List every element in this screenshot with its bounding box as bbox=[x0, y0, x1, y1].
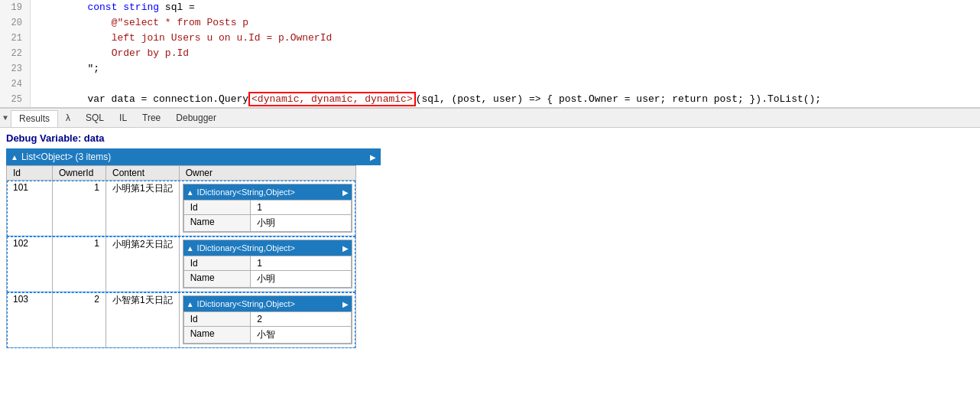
col-owner-id: OwnerId bbox=[53, 166, 106, 181]
line-number: 19 bbox=[0, 0, 31, 15]
line-number: 23 bbox=[0, 61, 31, 77]
tab-results[interactable]: Results bbox=[11, 110, 58, 127]
generic-highlight: <dynamic, dynamic, dynamic> bbox=[248, 92, 416, 106]
code-line-22: 22 Order by p.Id bbox=[0, 46, 980, 61]
code-text: @"select * from Posts p bbox=[31, 15, 248, 31]
dict-value: 1 bbox=[251, 200, 351, 215]
tab-lambda[interactable]: λ bbox=[58, 110, 78, 126]
dict-key: Id bbox=[183, 200, 251, 215]
dict-collapse-icon[interactable]: ▲ bbox=[187, 188, 194, 197]
code-line-24: 24 bbox=[0, 77, 980, 92]
dict-expand-icon[interactable]: ▶ bbox=[342, 188, 349, 197]
cell-content: 小明第1天日記 bbox=[106, 181, 180, 236]
cell-content: 小智第1天日記 bbox=[106, 292, 180, 348]
code-text: Order by p.Id bbox=[31, 46, 189, 61]
dict-value: 小明 bbox=[251, 271, 351, 288]
line-number: 25 bbox=[0, 92, 31, 107]
collapse-arrow[interactable]: ▼ bbox=[3, 114, 8, 122]
list-expand-icon[interactable]: ▶ bbox=[370, 153, 376, 161]
dict-expand-icon[interactable]: ▶ bbox=[342, 244, 349, 253]
tab-il[interactable]: IL bbox=[112, 110, 135, 126]
line-number: 21 bbox=[0, 31, 31, 46]
col-content: Content bbox=[106, 166, 180, 181]
dict-row: Id 2 bbox=[183, 312, 351, 327]
code-line-23: 23 "; bbox=[0, 61, 980, 77]
code-area: 19 const string sql = 20 @"select * from… bbox=[0, 0, 980, 108]
code-line-19: 19 const string sql = bbox=[0, 0, 980, 15]
dict-header: ▲ IDictionary<String,Object> ▶ bbox=[183, 240, 352, 256]
col-id: Id bbox=[7, 166, 53, 181]
code-text: var data = connection.Query<dynamic, dyn… bbox=[31, 92, 821, 107]
dict-row: Id 1 bbox=[183, 256, 351, 271]
col-owner: Owner bbox=[179, 166, 355, 181]
dict-row: Id 1 bbox=[183, 200, 351, 215]
debug-section: Debug Variable: data ▲ List<Object> (3 i… bbox=[0, 128, 980, 348]
debug-title: Debug Variable: data bbox=[6, 132, 974, 144]
list-collapse-icon[interactable]: ▲ bbox=[11, 153, 18, 161]
dict-wrapper: ▲ IDictionary<String,Object> ▶ Id 1 bbox=[183, 240, 352, 288]
dict-key: Name bbox=[183, 215, 251, 232]
cell-id: 101 bbox=[7, 181, 53, 236]
dict-key: Name bbox=[183, 327, 251, 344]
dict-expand-icon[interactable]: ▶ bbox=[342, 300, 349, 308]
tab-bar: ▼ Results λ SQL IL Tree Debugger bbox=[0, 108, 980, 128]
code-line-25: 25 var data = connection.Query<dynamic, … bbox=[0, 92, 980, 107]
dict-value: 2 bbox=[251, 312, 351, 327]
dict-type-label: IDictionary<String,Object> bbox=[197, 187, 295, 197]
dict-wrapper: ▲ IDictionary<String,Object> ▶ Id 2 bbox=[183, 295, 352, 344]
tab-sql[interactable]: SQL bbox=[78, 110, 112, 126]
dict-value: 小明 bbox=[251, 215, 351, 232]
list-header: ▲ List<Object> (3 items) ▶ bbox=[6, 148, 381, 165]
table-header-row: Id OwnerId Content Owner bbox=[7, 166, 356, 181]
list-header-label: List<Object> (3 items) bbox=[21, 152, 111, 162]
dict-row: Name 小明 bbox=[183, 215, 351, 232]
dict-row: Name 小明 bbox=[183, 271, 351, 288]
table-row: 102 1 小明第2天日記 ▲ IDictionary<String,Objec… bbox=[7, 236, 356, 292]
dict-header: ▲ IDictionary<String,Object> ▶ bbox=[183, 184, 352, 200]
tab-debugger[interactable]: Debugger bbox=[168, 110, 224, 126]
table-row: 103 2 小智第1天日記 ▲ IDictionary<String,Objec… bbox=[7, 292, 356, 348]
code-line-21: 21 left join Users u on u.Id = p.OwnerId bbox=[0, 31, 980, 46]
dict-table: Id 1 Name 小明 bbox=[183, 200, 352, 232]
dict-key: Id bbox=[183, 312, 251, 327]
dict-value: 小智 bbox=[251, 327, 351, 344]
dict-value: 1 bbox=[251, 256, 351, 271]
dict-table: Id 2 Name 小智 bbox=[183, 311, 352, 344]
cell-owner-id: 1 bbox=[53, 181, 106, 236]
dict-wrapper: ▲ IDictionary<String,Object> ▶ Id 1 bbox=[183, 184, 352, 233]
table-row: 101 1 小明第1天日記 ▲ IDictionary<String,Objec… bbox=[7, 181, 356, 236]
cell-id: 102 bbox=[7, 236, 53, 292]
dict-collapse-icon[interactable]: ▲ bbox=[187, 244, 194, 253]
cell-content: 小明第2天日記 bbox=[106, 236, 180, 292]
dict-type-label: IDictionary<String,Object> bbox=[197, 243, 295, 253]
dict-collapse-icon[interactable]: ▲ bbox=[187, 300, 194, 308]
code-text: left join Users u on u.Id = p.OwnerId bbox=[31, 31, 332, 46]
dict-key: Id bbox=[183, 256, 251, 271]
cell-owner: ▲ IDictionary<String,Object> ▶ Id 1 bbox=[179, 236, 355, 292]
cell-owner: ▲ IDictionary<String,Object> ▶ Id 1 bbox=[179, 181, 355, 236]
main-table-wrapper: ▲ List<Object> (3 items) ▶ Id OwnerId Co… bbox=[6, 148, 381, 348]
cell-id: 103 bbox=[7, 292, 53, 348]
dict-header: ▲ IDictionary<String,Object> ▶ bbox=[183, 296, 352, 311]
code-text: "; bbox=[31, 61, 99, 77]
cell-owner-id: 1 bbox=[53, 236, 106, 292]
data-table: Id OwnerId Content Owner 101 1 小明第1天日記 ▲ bbox=[6, 165, 356, 348]
code-text: const string sql = bbox=[31, 0, 195, 15]
code-line-20: 20 @"select * from Posts p bbox=[0, 15, 980, 31]
cell-owner: ▲ IDictionary<String,Object> ▶ Id 2 bbox=[179, 292, 355, 348]
dict-row: Name 小智 bbox=[183, 327, 351, 344]
line-number: 20 bbox=[0, 15, 31, 31]
dict-type-label: IDictionary<String,Object> bbox=[197, 299, 295, 308]
cell-owner-id: 2 bbox=[53, 292, 106, 348]
line-number: 24 bbox=[0, 77, 31, 92]
dict-table: Id 1 Name 小明 bbox=[183, 256, 352, 288]
line-number: 22 bbox=[0, 46, 31, 61]
dict-key: Name bbox=[183, 271, 251, 288]
tab-tree[interactable]: Tree bbox=[135, 110, 168, 126]
